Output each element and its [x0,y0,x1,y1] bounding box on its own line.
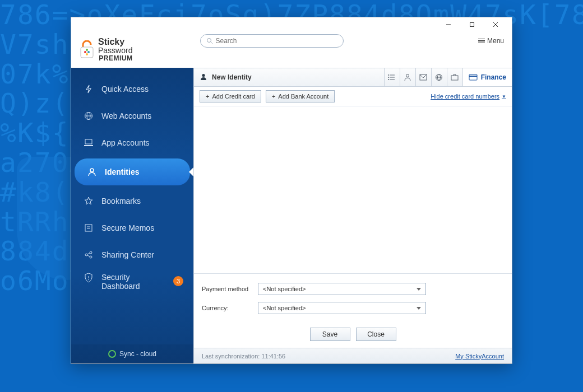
hamburger-icon [478,39,485,44]
sidebar-item-label: Bookmarks [101,197,141,206]
svg-rect-4 [81,47,93,58]
shield-icon [84,273,94,283]
security-badge: 3 [173,276,183,286]
tab-web[interactable] [431,68,447,86]
svg-rect-38 [451,76,458,80]
minimize-icon [446,22,451,27]
currency-select[interactable]: <Not specified> [258,302,426,314]
window-titlebar [71,17,512,32]
menu-label: Menu [487,37,504,45]
svg-point-25 [88,279,89,281]
search-input[interactable] [215,37,337,45]
sidebar-item-identities[interactable]: Identities [75,158,190,185]
tab-business[interactable] [447,68,462,86]
brand-text: Sticky Password PREMIUM [98,38,132,62]
svg-point-26 [202,74,205,77]
svg-point-15 [90,169,94,172]
lightning-icon [84,84,94,94]
svg-rect-16 [85,225,92,231]
mail-icon [419,74,427,81]
close-icon [493,22,498,27]
plus-icon: + [272,93,275,100]
sidebar-item-secure-memos[interactable]: Secure Memos [71,214,193,241]
svg-point-7 [86,49,88,51]
finance-toolbar: + Add Credit card + Add Bank Account Hid… [194,87,512,106]
person-icon [87,167,97,177]
brand-line2: Password [98,46,132,54]
sidebar-item-label: Security Dashboard [101,273,158,291]
svg-point-33 [406,74,409,77]
svg-point-5 [84,51,86,53]
window-close-button[interactable] [484,17,507,32]
svg-line-22 [87,253,90,254]
sidebar-item-bookmarks[interactable]: Bookmarks [71,188,193,214]
payment-form: Payment method <Not specified> Currency:… [194,273,512,348]
close-button[interactable]: Close [356,328,396,341]
sync-icon [108,350,116,358]
globe-icon [435,73,443,81]
sidebar-item-label: Quick Access [101,85,149,94]
chevron-down-icon: ▼ [502,94,506,99]
list-icon [388,73,396,81]
my-account-link[interactable]: My StickyAccount [455,353,504,360]
add-credit-card-label: Add Credit card [212,93,255,100]
window-minimize-button[interactable] [437,17,460,32]
brand-line3: PREMIUM [98,54,132,62]
star-icon [84,196,94,206]
brand-logo: Sticky Password PREMIUM [71,32,193,68]
tab-person[interactable] [400,68,415,86]
svg-point-19 [85,254,87,256]
cards-empty-area [194,106,512,273]
payment-method-label: Payment method [202,286,258,292]
tab-finance-label: Finance [481,73,506,81]
brand-line1: Sticky [98,38,132,46]
add-bank-account-label: Add Bank Account [278,93,328,100]
sidebar-sync-status[interactable]: Sync - cloud [71,344,193,363]
hide-card-numbers-link[interactable]: Hide credit card numbers ▼ [431,93,506,100]
svg-point-8 [86,53,88,55]
sidebar-item-sharing-center[interactable]: Sharing Center [71,241,193,268]
add-credit-card-button[interactable]: + Add Credit card [200,90,261,102]
identity-header: New Identity [194,68,512,87]
sidebar-item-label: Web Accounts [101,111,151,120]
sidebar-item-label: Secure Memos [101,223,154,232]
identity-tabs: Finance [384,68,512,86]
last-sync-text: Last synchronization: 11:41:56 [202,353,285,360]
sidebar-item-app-accounts[interactable]: App Accounts [71,129,193,156]
sidebar-item-label: App Accounts [101,138,150,147]
tab-list[interactable] [384,68,400,86]
menu-button[interactable]: Menu [478,37,504,45]
payment-method-select[interactable]: <Not specified> [258,283,426,295]
payment-method-value: <Not specified> [263,286,306,292]
plus-icon: + [206,93,209,100]
sidebar-item-quick-access[interactable]: Quick Access [71,76,193,102]
sync-label: Sync - cloud [119,350,156,358]
top-strip: Sticky Password PREMIUM Menu [71,32,512,68]
svg-point-32 [388,79,389,80]
status-bar: Last synchronization: 11:41:56 My Sticky… [194,348,512,363]
chevron-down-icon [417,288,421,291]
tab-finance[interactable]: Finance [462,68,512,86]
laptop-icon [84,138,94,148]
sidebar-item-label: Sharing Center [101,250,154,259]
person-icon [404,73,411,81]
svg-point-20 [90,251,92,254]
svg-rect-14 [85,139,92,144]
hide-link-label: Hide credit card numbers [431,93,499,100]
add-bank-account-button[interactable]: + Add Bank Account [266,90,335,102]
save-button[interactable]: Save [310,328,350,341]
svg-rect-39 [469,74,477,80]
sidebar-item-web-accounts[interactable]: Web Accounts [71,102,193,129]
currency-label: Currency: [202,305,258,311]
currency-value: <Not specified> [263,305,306,311]
note-icon [84,223,94,233]
search-icon [206,38,213,44]
sidebar-item-security-dashboard[interactable]: Security Dashboard 3 [71,268,193,298]
tab-mail[interactable] [415,68,431,86]
search-box[interactable] [200,34,344,48]
window-maximize-button[interactable] [460,17,484,32]
share-icon [84,250,94,260]
chevron-down-icon [417,307,421,310]
svg-point-6 [87,51,90,53]
sidebar-item-label: Identities [105,167,139,176]
